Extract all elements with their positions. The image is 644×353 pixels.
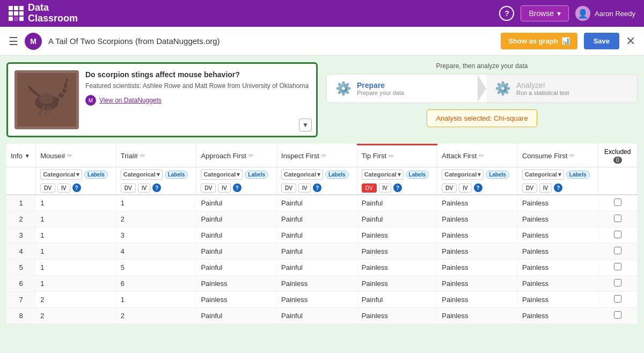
trial-num-cell: 2 [116, 211, 196, 227]
tip-edit-icon[interactable]: ✏ [389, 152, 394, 160]
consume-labels-badge[interactable]: Labels [566, 171, 590, 179]
info-text-area: Do scorpion stings affect mouse behavior… [85, 70, 310, 106]
inspect-edit-icon[interactable]: ✏ [321, 152, 327, 159]
tip-first-cell: Painless [357, 275, 437, 291]
inspect-first-cell: Painless [277, 291, 357, 307]
browse-button[interactable]: Browse ▾ [521, 5, 569, 21]
mouse-type-dropdown[interactable]: Categorical ▾ [40, 170, 82, 180]
mouse-num-cell: 1 [36, 243, 116, 259]
trial-num-cell: 6 [116, 275, 196, 291]
attack-dv-button[interactable]: DV [442, 183, 457, 193]
exclude-checkbox[interactable] [614, 231, 621, 238]
inspect-labels-badge[interactable]: Labels [325, 171, 349, 179]
consume-dv-button[interactable]: DV [522, 183, 537, 193]
mouse-help-icon[interactable]: ? [72, 183, 81, 192]
exclude-checkbox[interactable] [614, 247, 621, 254]
hamburger-menu-icon[interactable]: ☰ [9, 35, 18, 48]
approach-iv-button[interactable]: IV [218, 183, 230, 193]
mouse-type-cell: Categorical ▾ Labels [36, 167, 116, 182]
excluded-cell [598, 211, 637, 227]
help-button[interactable]: ? [499, 6, 514, 21]
approach-help-icon[interactable]: ? [233, 183, 241, 192]
trial-num-cell: 1 [116, 291, 196, 307]
scorpion-image [14, 70, 79, 129]
user-name: Aaron Reedy [595, 10, 635, 18]
exclude-checkbox[interactable] [614, 311, 621, 319]
tip-first-cell: Painless [357, 227, 437, 243]
tip-dv-button[interactable]: DV [362, 183, 377, 193]
tip-dv-iv-cell: DV IV ? [357, 182, 437, 195]
attack-type-dropdown[interactable]: Categorical ▾ [442, 170, 484, 180]
tip-type-dropdown[interactable]: Categorical ▾ [362, 170, 404, 180]
approach-first-cell: Painful [196, 227, 277, 243]
consume-first-cell: Painless [517, 275, 598, 291]
attack-first-cell: Painless [437, 211, 518, 227]
prepare-step[interactable]: ⚙️ Prepare Prepare your data [327, 75, 478, 102]
tip-iv-button[interactable]: IV [379, 183, 391, 193]
top-section: Do scorpion stings affect mouse behavior… [6, 62, 638, 137]
attack-labels-badge[interactable]: Labels [486, 171, 509, 179]
close-button[interactable]: ✕ [626, 34, 635, 48]
mouse-labels-badge[interactable]: Labels [84, 171, 108, 179]
prepare-instruction-label: Prepare, then analyze your data [436, 62, 528, 70]
mouse-num-cell: 2 [36, 307, 116, 323]
attack-iv-button[interactable]: IV [459, 183, 471, 193]
approach-type-dropdown[interactable]: Categorical ▾ [201, 170, 243, 180]
trial-type-dropdown[interactable]: Categorical ▾ [121, 170, 163, 180]
attack-first-cell: Painless [437, 275, 518, 291]
mouse-edit-icon[interactable]: ✏ [67, 152, 72, 159]
excluded-cell [598, 291, 637, 307]
exclude-checkbox[interactable] [614, 215, 621, 222]
approach-edit-icon[interactable]: ✏ [248, 152, 254, 159]
tip-first-col-header: Tip First ✏ [357, 145, 437, 167]
dv-iv-row: DV IV ? DV IV ? DV [6, 182, 638, 195]
inspect-dv-button[interactable]: DV [281, 183, 296, 193]
table-row: 2 1 2 Painful Painful Painful Painless P… [6, 211, 638, 227]
card-expand-chevron-icon[interactable]: ▼ [299, 119, 312, 131]
analyze-step-subtitle: Run a statistical test [516, 90, 569, 96]
inspect-type-dropdown[interactable]: Categorical ▾ [281, 170, 323, 180]
exclude-checkbox[interactable] [614, 263, 621, 270]
show-as-graph-button[interactable]: Show as graph 📊 [501, 33, 577, 49]
consume-edit-icon[interactable]: ✏ [569, 152, 575, 159]
column-header-row: Info ▼ Mouse# ✏ Trial# ✏ Approach First … [6, 145, 638, 167]
excluded-cell [598, 227, 637, 243]
attack-edit-icon[interactable]: ✏ [479, 152, 484, 159]
trial-iv-button[interactable]: IV [138, 183, 150, 193]
consume-type-dropdown[interactable]: Categorical ▾ [522, 170, 564, 180]
document-toolbar: ☰ M A Tail Of Two Scorpions (from DataNu… [0, 27, 644, 56]
tip-first-cell: Painful [357, 195, 437, 211]
mouse-iv-button[interactable]: IV [57, 183, 70, 193]
trial-help-icon[interactable]: ? [152, 183, 161, 192]
approach-labels-badge[interactable]: Labels [245, 171, 268, 179]
save-button[interactable]: Save [584, 33, 619, 49]
consume-iv-button[interactable]: IV [539, 183, 552, 193]
approach-first-cell: Painful [196, 243, 277, 259]
mouse-num-col-header: Mouse# ✏ [36, 145, 116, 167]
mouse-dv-iv-cell: DV IV ? [36, 182, 116, 195]
prepare-step-title: Prepare [357, 81, 404, 90]
exclude-checkbox[interactable] [614, 295, 621, 303]
tip-labels-badge[interactable]: Labels [406, 171, 429, 179]
attack-help-icon[interactable]: ? [474, 183, 482, 192]
trial-edit-icon[interactable]: ✏ [140, 152, 145, 159]
analyze-icon: ⚙️ [495, 81, 511, 96]
trial-dv-button[interactable]: DV [121, 183, 136, 193]
table-row: 1 1 1 Painful Painful Painful Painless P… [6, 195, 638, 211]
inspect-help-icon[interactable]: ? [313, 183, 321, 192]
consume-help-icon[interactable]: ? [554, 183, 562, 192]
logo-area: Data Classroom [9, 3, 78, 24]
trial-labels-badge[interactable]: Labels [165, 171, 188, 179]
approach-type-cell: Categorical ▾ Labels [196, 167, 277, 182]
info-card: Do scorpion stings affect mouse behavior… [6, 62, 318, 137]
exclude-checkbox[interactable] [614, 198, 621, 206]
approach-dv-iv-cell: DV IV ? [196, 182, 277, 195]
exclude-checkbox[interactable] [614, 279, 621, 286]
tip-first-cell: Painless [357, 259, 437, 275]
tip-help-icon[interactable]: ? [393, 183, 402, 192]
inspect-iv-button[interactable]: IV [298, 183, 311, 193]
approach-dv-button[interactable]: DV [201, 183, 216, 193]
mouse-dv-button[interactable]: DV [40, 183, 55, 193]
mouse-num-cell: 1 [36, 195, 116, 211]
view-on-datanuggets-link[interactable]: M View on DataNuggets [85, 95, 310, 106]
